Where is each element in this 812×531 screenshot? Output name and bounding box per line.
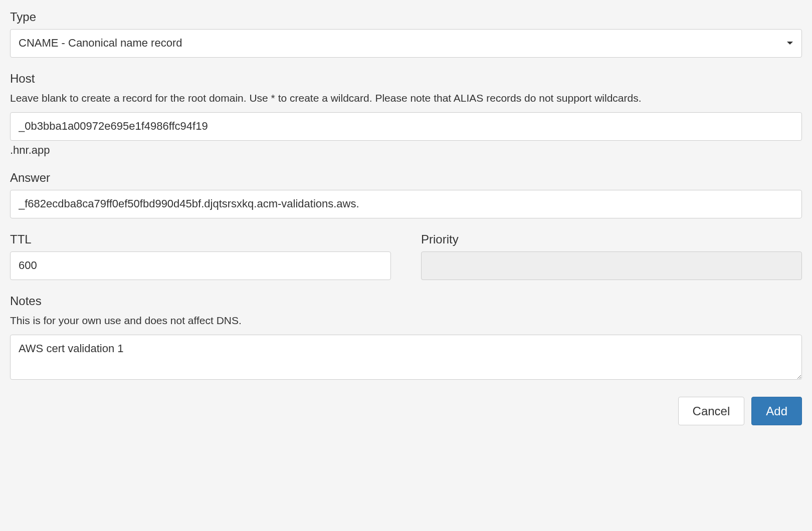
button-row: Cancel Add [10,397,802,425]
host-hint: Leave blank to create a record for the r… [10,91,802,105]
answer-group: Answer [10,171,802,218]
host-suffix: .hnr.app [10,144,802,157]
priority-label: Priority [421,232,802,246]
ttl-label: TTL [10,232,391,246]
notes-hint: This is for your own use and does not af… [10,313,802,328]
priority-input [421,251,802,280]
type-select[interactable]: CNAME - Canonical name record [10,29,802,58]
add-button[interactable]: Add [751,397,802,425]
answer-label: Answer [10,171,802,185]
type-label: Type [10,10,802,24]
host-group: Host Leave blank to create a record for … [10,72,802,157]
type-select-wrapper: CNAME - Canonical name record [10,29,802,58]
host-input[interactable] [10,112,802,141]
answer-input[interactable] [10,190,802,218]
ttl-group: TTL [10,232,391,280]
dns-record-form: Type CNAME - Canonical name record Host … [10,10,802,425]
notes-group: Notes This is for your own use and does … [10,294,802,383]
cancel-button[interactable]: Cancel [678,397,745,425]
notes-textarea[interactable] [10,335,802,380]
priority-group: Priority [421,232,802,280]
notes-label: Notes [10,294,802,308]
type-group: Type CNAME - Canonical name record [10,10,802,58]
host-label: Host [10,72,802,86]
ttl-priority-row: TTL Priority [10,232,802,294]
ttl-input[interactable] [10,251,391,280]
